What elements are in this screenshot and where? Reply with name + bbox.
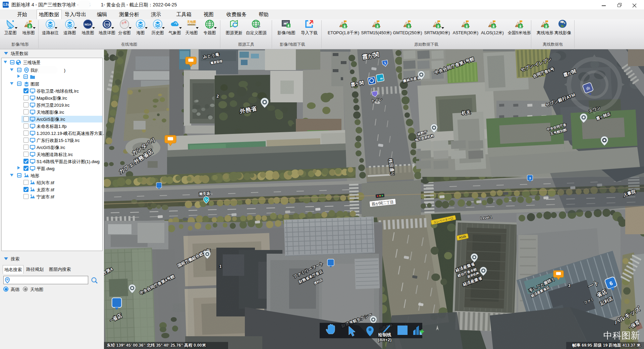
- svg-text:绘制线: 绘制线: [378, 332, 391, 337]
- svg-text:东经 139° 45′ 00.36″ 北纬 35°: 东经 139° 45′ 00.36″ 北纬 35° 40′ 25.76″ 高程 …: [106, 343, 206, 348]
- svg-text:中科图新: 中科图新: [603, 331, 640, 341]
- svg-text:3: 3: [568, 283, 571, 288]
- svg-text:(Alt+2): (Alt+2): [378, 337, 392, 342]
- svg-text:3: 3: [529, 176, 531, 180]
- svg-text:2: 2: [216, 94, 219, 99]
- svg-text:机关: 机关: [461, 110, 471, 116]
- svg-text:帧率 69.95 层级 19 距地面 413.37 米: 帧率 69.95 层级 19 距地面 413.37 米: [572, 343, 641, 348]
- svg-text:m: m: [380, 77, 383, 80]
- svg-text:1: 1: [219, 264, 222, 269]
- svg-text:潮見坂: 潮見坂: [199, 191, 211, 196]
